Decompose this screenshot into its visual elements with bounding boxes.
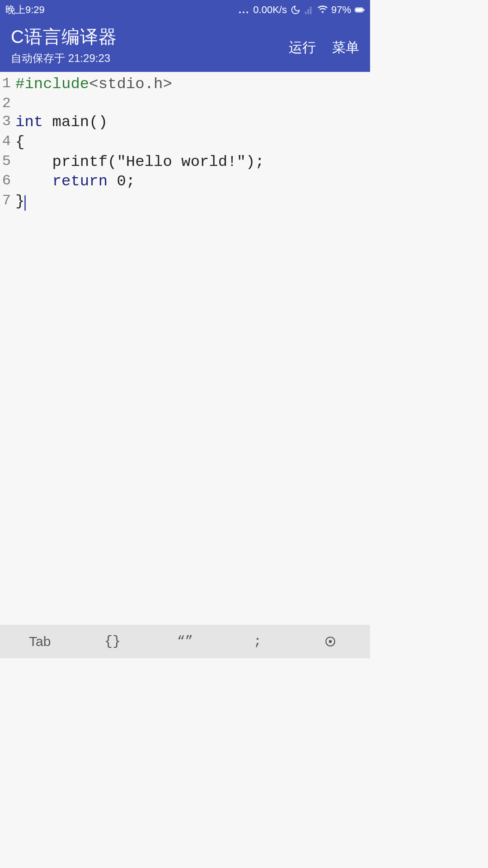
shortcut-semicolon[interactable]: ; bbox=[221, 634, 294, 649]
code-line: 4 { bbox=[0, 132, 370, 152]
code-line: 3 int main() bbox=[0, 113, 370, 132]
code-content: { bbox=[13, 132, 24, 152]
code-line: 7 } bbox=[0, 192, 370, 212]
shortcut-target-icon[interactable] bbox=[294, 634, 366, 649]
status-right: ... 0.00K/s 97% bbox=[239, 4, 365, 16]
line-number: 4 bbox=[0, 132, 13, 152]
shortcut-quotes[interactable]: “” bbox=[149, 634, 221, 649]
code-content: } bbox=[13, 192, 26, 212]
line-number: 7 bbox=[0, 192, 13, 212]
svg-point-4 bbox=[329, 641, 331, 642]
signal-icon bbox=[304, 5, 314, 15]
code-content bbox=[13, 94, 15, 113]
code-line: 6 return 0; bbox=[0, 172, 370, 192]
app-bar-left: C语言编译器 自动保存于 21:29:23 bbox=[11, 24, 117, 66]
code-line: 2 bbox=[0, 94, 370, 113]
battery-pct: 97% bbox=[331, 4, 351, 16]
line-number: 5 bbox=[0, 152, 13, 172]
menu-button[interactable]: 菜单 bbox=[332, 38, 359, 57]
line-number: 6 bbox=[0, 172, 13, 192]
svg-rect-1 bbox=[356, 8, 363, 11]
code-line: 5 printf("Hello world!"); bbox=[0, 152, 370, 172]
app-title: C语言编译器 bbox=[11, 24, 117, 49]
line-number: 1 bbox=[0, 75, 13, 94]
more-icon: ... bbox=[239, 4, 249, 16]
shortcut-bar: Tab {} “” ; bbox=[0, 625, 370, 658]
shortcut-tab[interactable]: Tab bbox=[4, 634, 76, 649]
status-bar: 晚上9:29 ... 0.00K/s 97% bbox=[0, 0, 370, 20]
app-bar: C语言编译器 自动保存于 21:29:23 运行 菜单 bbox=[0, 20, 370, 72]
dnd-moon-icon bbox=[291, 5, 300, 15]
wifi-icon bbox=[318, 5, 328, 15]
line-number: 3 bbox=[0, 113, 13, 132]
svg-rect-2 bbox=[364, 9, 365, 11]
code-content: #include<stdio.h> bbox=[13, 75, 172, 94]
code-line: 1 #include<stdio.h> bbox=[0, 75, 370, 94]
code-content: return 0; bbox=[13, 172, 135, 192]
shortcut-braces[interactable]: {} bbox=[76, 634, 149, 649]
run-button[interactable]: 运行 bbox=[289, 38, 316, 57]
status-time: 晚上9:29 bbox=[5, 3, 45, 17]
text-cursor bbox=[24, 195, 26, 211]
code-content: printf("Hello world!"); bbox=[13, 152, 264, 172]
network-speed: 0.00K/s bbox=[253, 4, 287, 16]
code-content: int main() bbox=[13, 113, 108, 132]
app-bar-actions: 运行 菜单 bbox=[289, 33, 359, 57]
line-number: 2 bbox=[0, 94, 13, 113]
autosave-subtitle: 自动保存于 21:29:23 bbox=[11, 51, 117, 66]
battery-icon bbox=[355, 5, 365, 15]
code-editor[interactable]: 1 #include<stdio.h> 2 3 int main() 4 { 5… bbox=[0, 72, 370, 625]
